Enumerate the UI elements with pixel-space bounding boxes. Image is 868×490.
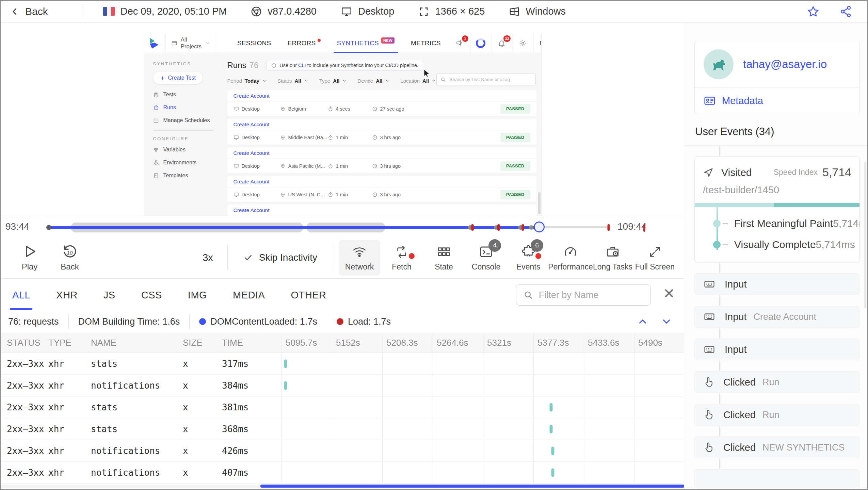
country-flag-icon xyxy=(103,7,115,16)
panel-toggle-button[interactable]: Full Screen xyxy=(634,240,676,276)
network-table-header: STATUS TYPE NAME SIZE TIME 5095.7s5152s5… xyxy=(1,333,685,353)
back-10-button[interactable]: 10 Back xyxy=(50,243,90,272)
pointer-hand-icon xyxy=(703,409,714,421)
divider xyxy=(327,314,327,329)
visited-event-card[interactable]: Visited Speed Index 5,714 /test-builder/… xyxy=(694,157,860,262)
favorite-star-icon[interactable] xyxy=(807,5,820,18)
network-request-row[interactable]: 2xx–3xx xhr stats x 381ms xyxy=(1,396,685,418)
user-event-item[interactable]: Input xyxy=(694,273,860,295)
skip-inactivity-toggle[interactable]: Skip Inactivity xyxy=(228,252,333,263)
playback-speed[interactable]: 3x xyxy=(188,252,227,263)
request-name: notifications xyxy=(91,468,183,478)
user-email-link[interactable]: tahay@asayer.io xyxy=(743,58,827,71)
run-card: Create Account Desktop Canada (Central) … xyxy=(227,205,536,216)
search-icon xyxy=(523,290,533,300)
filter-dropdown: Period Today xyxy=(227,78,267,84)
panel-toggle-button[interactable]: Long Tasks xyxy=(592,240,633,276)
network-type-tab[interactable]: CSS xyxy=(141,290,163,310)
variables-icon xyxy=(153,147,159,153)
run-test-name-link: Create Account xyxy=(227,176,536,187)
chevron-down-icon xyxy=(342,79,347,83)
run-card: Create Account Desktop Asia Pacific (M..… xyxy=(227,147,536,173)
event-connector xyxy=(719,426,720,437)
timeline-track[interactable] xyxy=(48,226,609,229)
filter-by-name-input[interactable] xyxy=(538,290,644,301)
waterfall-time-label: 5433.6s xyxy=(584,333,634,353)
status-badge: PASSED xyxy=(500,161,530,171)
request-size: x xyxy=(183,402,222,412)
panel-toggle-button[interactable]: Network xyxy=(339,240,380,276)
request-time: 381ms xyxy=(222,402,282,412)
network-type-tab[interactable]: ALL xyxy=(12,290,31,310)
error-marker[interactable] xyxy=(497,224,500,231)
bell-icon: 33 xyxy=(491,33,512,53)
waterfall-time-label: 5152s xyxy=(332,333,382,353)
network-request-row[interactable]: 2xx–3xx xhr notifications x 426ms xyxy=(1,440,685,462)
error-dot xyxy=(318,39,321,42)
user-event-item[interactable]: Clicked Run xyxy=(694,371,860,393)
replayed-app-tabs: SESSIONS ERRORS xyxy=(229,33,449,53)
network-request-row[interactable]: 2xx–3xx xhr stats x 368ms xyxy=(1,418,685,440)
state-grid-icon xyxy=(436,245,451,259)
run-time-ago: 27 sec ago xyxy=(372,106,404,112)
request-type: xhr xyxy=(48,359,91,369)
close-panel-button[interactable]: ✕ xyxy=(661,286,677,301)
back-button[interactable]: Back xyxy=(10,6,48,17)
filter-dropdown: Device All xyxy=(357,78,389,84)
network-type-tab[interactable]: OTHER xyxy=(290,290,327,310)
request-name: notifications xyxy=(91,380,183,391)
jump-previous-icon[interactable] xyxy=(637,316,648,327)
network-type-tab[interactable]: MEDIA xyxy=(232,290,266,310)
scrollbar-thumb[interactable] xyxy=(260,485,685,488)
panel-toggle-button[interactable]: Fetch xyxy=(381,240,422,276)
load-progress-bar xyxy=(695,203,859,207)
jump-next-icon[interactable] xyxy=(661,316,672,327)
network-type-tab[interactable]: JS xyxy=(103,290,116,310)
panel-toggle-button[interactable]: State xyxy=(423,240,465,276)
count-badge: 6 xyxy=(531,239,543,252)
panel-toggle-button[interactable]: 6 Events xyxy=(508,240,549,276)
chevron-down-icon xyxy=(432,79,436,83)
request-type: xhr xyxy=(48,380,91,391)
back-label: Back xyxy=(25,6,48,17)
playhead[interactable] xyxy=(534,222,545,232)
user-event-item[interactable]: Clicked Run xyxy=(694,404,860,426)
panel-toggle-button[interactable]: Performance xyxy=(550,240,591,276)
run-location: Asia Pacific (M... xyxy=(280,163,328,169)
filter-dropdown: Status All xyxy=(277,78,308,84)
mouse-cursor xyxy=(423,69,431,79)
error-marker[interactable] xyxy=(521,224,524,231)
project-selector: All Projects xyxy=(165,33,216,53)
user-event-item[interactable]: Input xyxy=(694,339,860,360)
divider xyxy=(333,245,333,271)
sidebar-nav-item: Tests xyxy=(153,92,223,98)
error-marker[interactable] xyxy=(471,224,474,231)
network-request-row[interactable]: 2xx–3xx xhr notifications x 384ms xyxy=(1,375,685,396)
clock-icon xyxy=(372,135,377,140)
monitor-icon xyxy=(340,6,353,17)
id-card-icon xyxy=(704,95,716,107)
navigation-arrow-icon xyxy=(703,167,714,178)
announce-badge: 1 xyxy=(462,35,468,42)
metadata-button[interactable]: Metadata xyxy=(695,88,859,114)
cli-note: Use our CLI to include your Synthetics i… xyxy=(267,60,423,71)
user-event-item[interactable]: Clicked NEW SYNTHETICS xyxy=(694,437,860,458)
panel-toggle-button[interactable]: 4 Console xyxy=(465,240,507,276)
network-request-row[interactable]: 2xx–3xx xhr stats x 317ms xyxy=(1,353,685,375)
share-icon[interactable] xyxy=(839,5,852,18)
network-type-tab[interactable]: XHR xyxy=(55,290,78,310)
run-time-ago: 3 hrs ago xyxy=(372,135,401,140)
runs-count: 76 xyxy=(250,61,259,70)
sidebar-scrollbar[interactable] xyxy=(864,162,866,308)
resolution-brackets-icon xyxy=(418,6,430,17)
replayed-app-tab: METRICS xyxy=(403,33,449,53)
request-status: 2xx–3xx xyxy=(1,380,48,391)
location-pin-icon xyxy=(280,192,286,197)
performance-gauge-icon xyxy=(563,245,578,259)
network-request-row[interactable]: 2xx–3xx xhr notifications x 407ms xyxy=(1,462,685,484)
user-event-item[interactable]: Input Create Account xyxy=(694,306,860,328)
network-type-tab[interactable]: IMG xyxy=(187,290,208,310)
run-location: Middle East (Ba... xyxy=(280,135,328,140)
filter-dropdown: Type All xyxy=(319,78,347,84)
play-button[interactable]: Play xyxy=(10,243,50,272)
